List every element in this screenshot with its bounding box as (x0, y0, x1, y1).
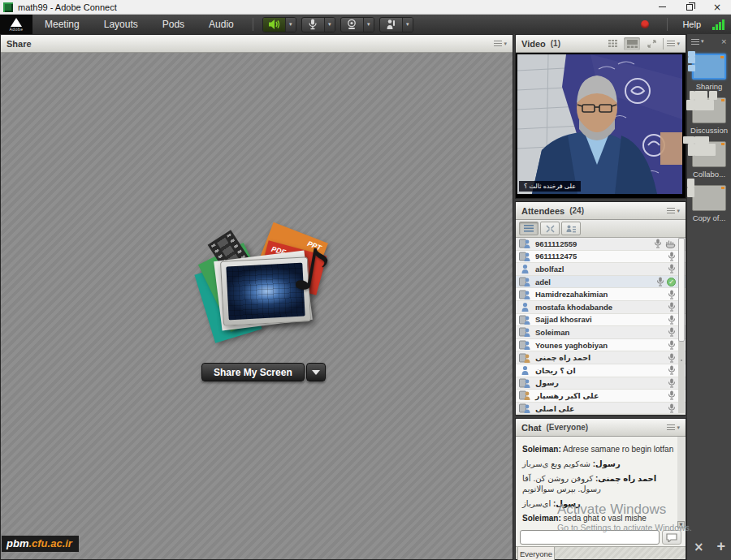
webcam-video-frame[interactable]: علی فرخنده ثالث ؟ (516, 53, 686, 198)
layout-bar-menu-button[interactable]: ▾ (691, 38, 704, 45)
attendee-name: 9611112475 (535, 252, 577, 261)
attendees-scrollbar[interactable] (678, 238, 685, 413)
attendee-row[interactable]: علی اصلی (516, 403, 686, 413)
video-pod-menu-button[interactable]: ▾ (667, 41, 680, 47)
microphone-status-icon[interactable] (668, 252, 676, 261)
chat-sender: رسول: (553, 499, 581, 508)
share-my-screen-button[interactable]: Share My Screen (201, 363, 305, 381)
attendee-row[interactable]: 9611112559 (516, 238, 686, 251)
attendee-list-view-button[interactable] (519, 222, 539, 235)
scrollbar-thumb[interactable] (678, 238, 685, 342)
layout-thumbnail-collaboration[interactable] (692, 141, 726, 167)
layout-label: Discussion (690, 126, 728, 135)
scroll-down-arrow-icon[interactable]: ▼ (677, 521, 685, 528)
attendee-row[interactable]: علی اکبر رهسپار (516, 390, 686, 403)
attendee-row[interactable]: Hamidrezahakimian (516, 288, 686, 301)
webcam-feed-illustration (517, 54, 682, 194)
chat-message: رسول: شه‌کویم وبع ی‌سرباز (522, 459, 679, 469)
attendee-name: علی اصلی (535, 404, 575, 413)
chat-pod-menu-button[interactable]: ▾ (667, 424, 680, 431)
microphone-status-icon[interactable] (668, 365, 676, 375)
attendee-row[interactable]: احمد راه چمنی (516, 351, 686, 364)
raise-hand-button[interactable]: ▾ (379, 17, 413, 32)
fullscreen-button[interactable] (643, 37, 660, 50)
title-bar: math99 - Adobe Connect × (0, 0, 731, 15)
add-layout-icon[interactable]: + (717, 538, 726, 555)
speaker-icon (263, 18, 285, 32)
microphone-status-icon[interactable] (668, 290, 676, 299)
layout-thumbnail-copy[interactable] (692, 185, 726, 211)
chat-message-input[interactable] (520, 530, 660, 545)
chat-tab-everyone[interactable]: Everyone (517, 547, 555, 560)
menu-pods[interactable]: Pods (150, 15, 197, 34)
share-pod-menu-button[interactable]: ▾ (494, 41, 507, 47)
help-menu[interactable]: Help (682, 19, 701, 29)
attendee-row[interactable]: 9611112475 (516, 251, 686, 264)
share-options-dropdown[interactable] (306, 363, 326, 381)
attendee-row[interactable]: Younes yaghobiyan (516, 339, 686, 352)
layout-item-discussion[interactable]: Discussion (687, 97, 731, 135)
video-pod-header: Video (1) ▾ (516, 35, 686, 53)
minimize-button[interactable] (648, 0, 676, 14)
microphone-status-icon[interactable] (668, 353, 676, 363)
video-count: (1) (551, 39, 560, 48)
attendee-row[interactable]: Soleiman (516, 326, 686, 339)
chat-message: Soleiman: seda ghat o vasl mishe (522, 513, 679, 523)
chat-text: ای‌سرباز (522, 499, 551, 508)
chat-scrollbar[interactable]: ▼ (677, 437, 685, 528)
microphone-status-icon[interactable] (654, 239, 662, 248)
microphone-status-icon[interactable] (668, 378, 676, 388)
layout-thumbnail-sharing[interactable] (692, 54, 726, 80)
menu-audio[interactable]: Audio (197, 15, 246, 34)
restore-button[interactable] (676, 0, 703, 14)
layout-item-collaboration[interactable]: Collabo... (687, 141, 731, 179)
microphone-status-icon[interactable] (668, 340, 676, 350)
attendee-row[interactable]: abolfazl (516, 263, 686, 276)
connection-signal-icon[interactable] (712, 19, 725, 30)
microphone-button[interactable]: ▾ (301, 17, 335, 32)
layout-thumbnail-discussion[interactable] (692, 97, 726, 123)
attendees-pod-menu-button[interactable]: ▾ (667, 208, 680, 214)
microphone-status-icon[interactable] (668, 302, 676, 312)
menu-meeting[interactable]: Meeting (32, 15, 92, 34)
attendee-row[interactable]: ان ؟ ریحان (516, 364, 686, 377)
mobile-user-icon (519, 239, 531, 248)
microphone-status-icon[interactable] (668, 315, 676, 325)
attendee-row[interactable]: Sajjad khosravi (516, 314, 686, 327)
microphone-status-icon[interactable] (668, 264, 676, 274)
grid-view-button[interactable] (604, 37, 621, 50)
layout-item-sharing[interactable]: Sharing (687, 54, 731, 91)
layout-bar-close-icon[interactable]: × (720, 37, 727, 45)
microphone-status-icon[interactable] (668, 390, 676, 400)
layout-item-copy[interactable]: Copy of... (687, 185, 731, 222)
attendee-name: احمد راه چمنی (535, 353, 590, 362)
webcam-dropdown[interactable]: ▾ (363, 18, 374, 32)
microphone-dropdown[interactable]: ▾ (324, 18, 335, 32)
breakout-view-button[interactable] (540, 222, 560, 235)
menu-layouts[interactable]: Layouts (92, 15, 150, 34)
microphone-status-icon[interactable] (668, 327, 676, 337)
caret-icon: ▾ (677, 41, 680, 47)
attendee-row[interactable]: adel ✓ (516, 276, 686, 289)
attendees-count: (24) (569, 206, 584, 215)
attendee-status-view-button[interactable] (561, 222, 581, 235)
filmstrip-view-button[interactable] (624, 37, 640, 50)
speaker-button[interactable]: ▾ (262, 17, 296, 32)
attendee-name: Hamidrezahakimian (535, 290, 608, 299)
pod-menu-icon (691, 39, 699, 45)
speaker-dropdown[interactable]: ▾ (285, 18, 296, 32)
microphone-status-icon[interactable] (668, 403, 676, 413)
attendee-row[interactable]: رسول (516, 377, 686, 390)
remove-layout-icon[interactable]: × (694, 540, 704, 554)
raise-hand-dropdown[interactable]: ▾ (402, 18, 413, 32)
caret-icon: ▾ (504, 41, 507, 47)
close-button[interactable]: × (703, 0, 731, 14)
attendee-row[interactable]: mostafa khodabande (516, 301, 686, 314)
chat-text: کروفن روشن کن. آقا رسول. بپرس سوالاتویم (522, 474, 601, 493)
microphone-status-icon[interactable] (656, 277, 664, 286)
send-message-button[interactable] (662, 530, 681, 545)
layout-label: Collabo... (693, 170, 725, 179)
attendee-name: Soleiman (535, 328, 569, 337)
active-dot (721, 143, 725, 145)
webcam-button[interactable]: ▾ (340, 17, 374, 32)
